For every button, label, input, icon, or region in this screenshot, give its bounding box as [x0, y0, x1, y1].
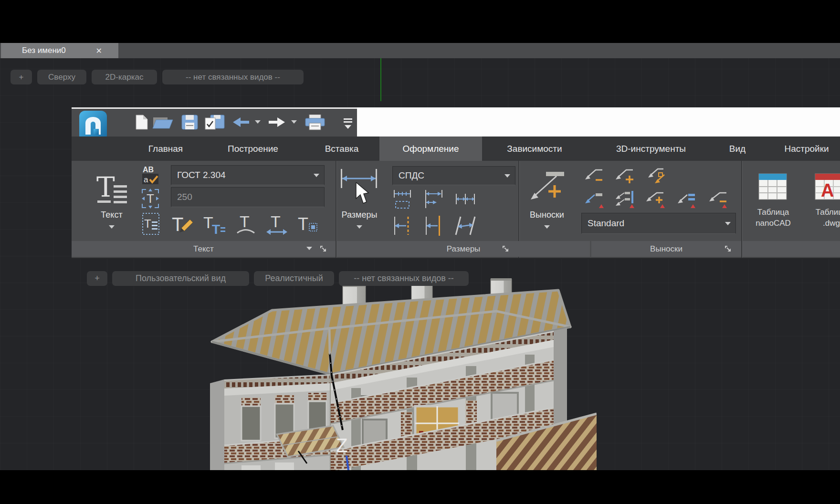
dialog-launcher-icon[interactable] — [502, 245, 510, 253]
svg-text:A: A — [821, 180, 834, 200]
svg-text:T: T — [144, 217, 151, 230]
leader-style-combo[interactable]: Standard — [581, 213, 736, 234]
left-facade — [224, 374, 330, 470]
ribbon-window: Главная Построение Вставка Оформление За… — [72, 107, 840, 259]
top-black-bar — [0, 0, 840, 43]
svg-text:T: T — [240, 212, 250, 231]
ribbon-panels: Текст Размеры Выноски T — [72, 161, 840, 259]
document-tab-title: Без имени0 — [22, 46, 66, 55]
svg-text:AB: AB — [143, 166, 154, 174]
dim-oblique-icon[interactable] — [455, 216, 476, 236]
mleader-add-icon[interactable] — [644, 190, 665, 209]
dropdown-caret-icon — [504, 174, 510, 178]
view-name-menu-top[interactable]: Сверху — [37, 70, 86, 84]
green-axis-line — [380, 55, 381, 101]
mouse-cursor — [355, 182, 369, 204]
undo-icon[interactable] — [233, 117, 249, 127]
panel-footer-text[interactable]: Текст — [72, 241, 336, 257]
dim-chain-icon[interactable] — [455, 190, 476, 210]
tab-vstavka[interactable]: Вставка — [315, 136, 368, 161]
leaders-split-caret-icon[interactable] — [544, 225, 550, 229]
mleader-icon[interactable] — [583, 190, 604, 209]
document-tab-bar: Без имени0 ✕ — [0, 43, 840, 58]
arc-text-icon[interactable]: T — [235, 212, 257, 235]
ribbon-titlebar-blank — [357, 107, 840, 136]
tab-3d-instrumenty[interactable]: 3D-инструменты — [605, 136, 697, 161]
dim-group-icon[interactable] — [392, 190, 413, 210]
save-as-icon[interactable] — [204, 114, 225, 131]
panel-footer-dimensions[interactable]: Размеры — [337, 241, 590, 257]
document-tab[interactable]: Без имени0 ✕ — [1, 43, 118, 58]
svg-text:a: a — [144, 175, 148, 184]
visual-style-menu-bottom[interactable]: Реалистичный — [254, 271, 334, 286]
save-icon[interactable] — [181, 115, 199, 130]
leader-add-icon[interactable] — [614, 167, 635, 185]
qat-more-icon[interactable] — [342, 116, 354, 130]
dim-break-icon[interactable] — [423, 216, 444, 236]
linked-views-menu-bottom[interactable]: -- нет связанных видов -- — [339, 271, 469, 286]
visual-style-menu-top[interactable]: 2D-каркас — [92, 70, 157, 84]
tab-zavisimosti[interactable]: Зависимости — [497, 136, 572, 161]
linked-views-menu-top[interactable]: -- нет связанных видов -- — [162, 70, 304, 84]
view-name-menu-bottom[interactable]: Пользовательский вид — [112, 271, 249, 286]
house-3d-model: Z — [191, 260, 597, 470]
dropdown-caret-icon — [314, 174, 319, 177]
tab-oformlenie[interactable]: Оформление — [379, 136, 482, 161]
svg-text:T: T — [271, 212, 281, 231]
redo-dropdown-caret-icon[interactable] — [291, 120, 297, 124]
leader-edit-icon[interactable] — [644, 167, 665, 185]
dim-baseline-icon[interactable] — [423, 190, 444, 210]
spellcheck-icon[interactable]: AB a — [142, 165, 158, 184]
svg-text:T: T — [96, 171, 115, 203]
multiline-text-icon[interactable]: T — [95, 171, 128, 209]
text-footer-caret-icon[interactable] — [306, 247, 312, 250]
svg-text:T: T — [147, 191, 154, 206]
leaders-big-button[interactable]: Выноски — [523, 210, 571, 220]
dim-style-combo[interactable]: СПДС — [392, 166, 515, 185]
open-icon[interactable] — [152, 116, 174, 129]
leader-icon[interactable] — [527, 169, 567, 205]
dimensions-split-caret-icon[interactable] — [357, 225, 362, 229]
tab-glavnaya[interactable]: Главная — [142, 136, 189, 161]
dim-break-dashed-icon[interactable] — [392, 216, 413, 236]
text-big-button[interactable]: Текст — [91, 210, 133, 220]
dropdown-caret-icon — [725, 222, 731, 225]
new-document-icon[interactable] — [135, 115, 149, 130]
convert-text-icon[interactable]: T T — [203, 212, 225, 235]
bottom-black-bar — [0, 470, 840, 504]
mleader-remove-icon[interactable] — [707, 190, 728, 209]
z-axis-label: Z — [336, 435, 347, 456]
panel-footer-tables — [743, 241, 840, 257]
text-block-icon[interactable]: T — [142, 213, 159, 235]
svg-text:T: T — [212, 222, 220, 235]
tab-nastroyki[interactable]: Настройки — [771, 136, 840, 161]
dwg-table-icon[interactable]: A — [813, 171, 840, 202]
edit-text-icon[interactable]: T — [171, 212, 193, 235]
redo-icon[interactable] — [269, 117, 285, 127]
dialog-launcher-icon[interactable] — [320, 245, 327, 253]
scale-text-icon[interactable]: T — [141, 188, 159, 209]
tab-vid[interactable]: Вид — [718, 136, 756, 161]
app-window: Z + Сверху 2D-каркас -- нет связанных ви… — [0, 0, 840, 504]
viewport-expand-button-bottom[interactable]: + — [87, 271, 107, 286]
close-icon[interactable]: ✕ — [96, 46, 102, 55]
undo-dropdown-caret-icon[interactable] — [255, 120, 261, 124]
text-style-combo[interactable]: ГОСТ 2.304 — [171, 165, 325, 185]
text-height-field[interactable] — [171, 187, 325, 207]
fit-text-icon[interactable]: T — [266, 212, 288, 235]
ribbon-tabs-row: Главная Построение Вставка Оформление За… — [72, 136, 840, 161]
mleader-align-icon[interactable] — [676, 190, 697, 209]
frame-text-icon[interactable]: T — [297, 212, 319, 235]
tab-postroenie[interactable]: Построение — [217, 136, 289, 161]
dwg-table-button[interactable]: Таблица .dwg — [810, 207, 840, 229]
mleader-group-icon[interactable] — [614, 190, 635, 209]
leader-remove-icon[interactable] — [583, 167, 604, 185]
text-split-caret-icon[interactable] — [109, 225, 115, 229]
dimensions-big-button[interactable]: Размеры — [336, 210, 383, 220]
print-icon[interactable] — [304, 115, 326, 131]
nanocad-table-icon[interactable] — [757, 171, 788, 202]
panel-footer-leaders[interactable]: Выноски — [591, 241, 741, 257]
viewport-expand-button-top[interactable]: + — [10, 70, 32, 84]
nanocad-table-button[interactable]: Таблица nanoCAD — [752, 207, 794, 229]
dialog-launcher-icon[interactable] — [724, 245, 732, 253]
